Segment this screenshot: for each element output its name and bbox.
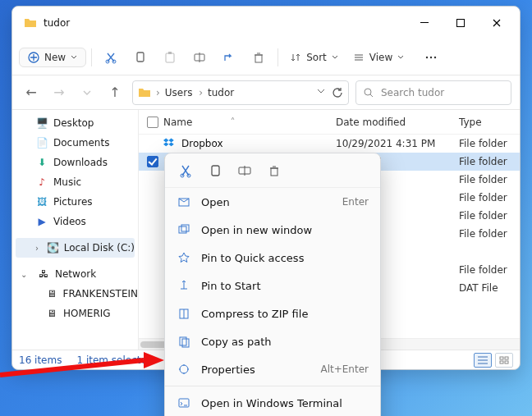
sidebar-item-downloads[interactable]: ⬇Downloads: [12, 153, 138, 172]
file-type: File folder: [459, 174, 520, 185]
context-quick-actions: [165, 153, 380, 188]
ctx-pin-to-start[interactable]: Pin to Start: [165, 272, 380, 299]
file-date: 10/29/2021 4:31 PM: [336, 138, 459, 149]
icons-view-toggle[interactable]: [495, 353, 513, 368]
cut-icon[interactable]: [97, 44, 125, 71]
breadcrumb[interactable]: tudor: [208, 87, 237, 98]
svg-rect-5: [137, 53, 144, 62]
back-button[interactable]: ←: [21, 82, 42, 103]
sidebar-item-videos[interactable]: ▶Videos: [12, 212, 138, 231]
maximize-button[interactable]: [443, 11, 479, 35]
svg-rect-9: [255, 55, 262, 62]
column-headers: Name˄ Date modified Type: [139, 110, 520, 135]
table-row[interactable]: Dropbox10/29/2021 4:31 PMFile folder: [139, 135, 520, 153]
svg-rect-1: [457, 20, 465, 27]
chevron-down-icon: [397, 54, 404, 61]
sidebar-item-netnode[interactable]: 🖥HOMERIG: [12, 304, 138, 323]
ctx-open-in-new-window[interactable]: Open in new window: [165, 216, 380, 244]
window-title: tudor: [44, 17, 406, 29]
svg-rect-0: [420, 22, 429, 23]
sidebar-item-documents[interactable]: 📄Documents: [12, 133, 138, 153]
ctx-open[interactable]: OpenEnter: [165, 188, 380, 216]
view-button[interactable]: View: [346, 48, 410, 66]
file-type: DAT File: [459, 282, 520, 294]
new-label: New: [44, 52, 66, 63]
column-type[interactable]: Type: [459, 117, 520, 128]
select-all-checkbox[interactable]: [147, 117, 158, 128]
file-type: File folder: [459, 264, 520, 276]
svg-rect-14: [500, 357, 503, 359]
row-checkbox[interactable]: [147, 156, 158, 167]
annotation-arrow: [0, 342, 172, 383]
search-icon: [363, 87, 374, 98]
sidebar-item-pictures[interactable]: 🖼Pictures: [12, 192, 138, 212]
rename-icon[interactable]: [186, 44, 213, 71]
sort-button[interactable]: Sort: [283, 48, 345, 66]
svg-rect-24: [179, 226, 186, 233]
search-box[interactable]: Search tudor: [355, 80, 511, 105]
svg-rect-25: [181, 225, 189, 231]
sidebar-item-netnode[interactable]: 🖥FRANKENSTEIN: [12, 284, 138, 304]
copy-icon[interactable]: [208, 163, 222, 178]
svg-point-29: [180, 365, 188, 373]
new-button[interactable]: New: [19, 48, 86, 67]
chevron-down-icon: [332, 54, 338, 61]
nav-row: ← → ↑ › Users tudor Search tudor: [12, 75, 520, 110]
terminal-icon: [177, 396, 191, 409]
sidebar-item-music[interactable]: ♪Music: [12, 172, 138, 192]
up-button[interactable]: ↑: [104, 82, 126, 103]
copy-icon[interactable]: [126, 44, 154, 71]
file-type: File folder: [459, 210, 520, 222]
svg-point-10: [426, 56, 428, 57]
sidebar: 🖥️Desktop 📄Documents ⬇Downloads ♪Music 🖼…: [12, 110, 139, 350]
close-button[interactable]: [479, 11, 515, 35]
rename-icon[interactable]: [237, 163, 252, 178]
svg-rect-20: [212, 166, 219, 176]
svg-marker-33: [144, 352, 164, 368]
svg-point-12: [434, 56, 436, 57]
svg-rect-15: [505, 357, 508, 359]
delete-icon[interactable]: [245, 44, 273, 71]
toolbar: New Sort View: [12, 39, 520, 75]
open-icon: [177, 195, 191, 208]
more-button[interactable]: [417, 44, 445, 71]
breadcrumb[interactable]: Users: [165, 87, 203, 98]
ctx-pin-to-quick-access[interactable]: Pin to Quick access: [165, 244, 380, 272]
file-type: File folder: [459, 156, 520, 167]
sidebar-item-drive[interactable]: ›💽Local Disk (C:): [16, 238, 135, 258]
zip-icon: [177, 307, 191, 320]
sidebar-item-network[interactable]: ⌄🖧Network: [12, 264, 138, 284]
chevron-down-icon[interactable]: [317, 87, 325, 98]
pinqa-icon: [177, 251, 191, 264]
sidebar-item-desktop[interactable]: 🖥️Desktop: [12, 113, 138, 133]
file-type: File folder: [459, 192, 520, 203]
svg-rect-22: [271, 168, 277, 176]
forward-button[interactable]: →: [48, 82, 70, 103]
details-view-toggle[interactable]: [474, 353, 492, 368]
paste-icon[interactable]: [156, 44, 184, 71]
delete-icon[interactable]: [267, 163, 282, 178]
copypath-icon: [177, 335, 191, 348]
chevron-down-icon: [71, 54, 77, 61]
ctx-open-terminal[interactable]: Open in Windows Terminal: [165, 389, 380, 416]
file-type: File folder: [459, 228, 520, 240]
cut-icon[interactable]: [178, 163, 193, 178]
svg-rect-17: [505, 361, 508, 363]
folder-icon: [138, 86, 151, 99]
folder-icon: [24, 16, 37, 30]
column-date[interactable]: Date modified: [336, 117, 459, 128]
column-name[interactable]: Name: [163, 117, 192, 128]
recent-button[interactable]: [76, 82, 98, 103]
ctx-compress-to-zip-file[interactable]: Compress to ZIP file: [165, 299, 380, 327]
refresh-icon[interactable]: [332, 87, 343, 98]
svg-rect-16: [500, 361, 503, 363]
file-type: File folder: [459, 138, 520, 149]
context-menu: OpenEnterOpen in new windowPin to Quick …: [164, 153, 381, 416]
minimize-button[interactable]: [406, 11, 443, 35]
address-bar[interactable]: › Users tudor: [132, 80, 349, 105]
share-icon[interactable]: [215, 44, 243, 71]
newwin-icon: [177, 223, 191, 236]
props-icon: [177, 363, 191, 376]
ctx-properties[interactable]: PropertiesAlt+Enter: [165, 355, 380, 383]
ctx-copy-as-path[interactable]: Copy as path: [165, 327, 380, 355]
